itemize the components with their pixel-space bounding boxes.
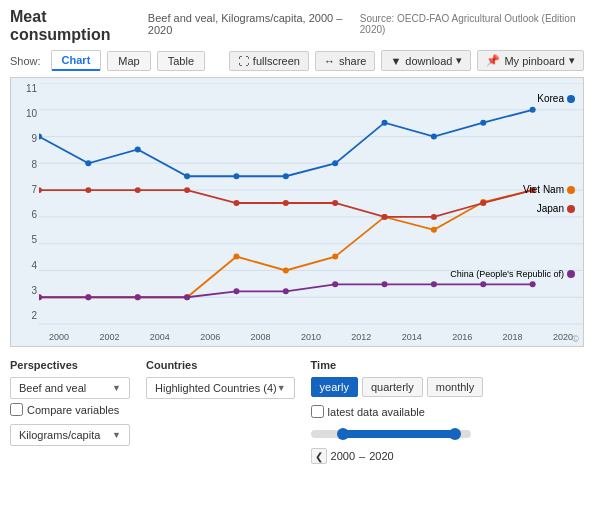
legend-japan-label: Japan xyxy=(537,203,564,214)
time-group: Time yearly quarterly monthly latest dat… xyxy=(311,359,484,464)
source-label: Source: OECD-FAO Agricultural Outlook (E… xyxy=(360,13,584,35)
bottom-controls: Perspectives Beef and veal ▼ Compare var… xyxy=(10,355,584,468)
svg-point-49 xyxy=(332,281,338,287)
controls-row: Show: Chart Map Table ⛶ fullscreen ↔ sha… xyxy=(10,50,584,71)
tab-chart[interactable]: Chart xyxy=(51,50,102,71)
svg-point-51 xyxy=(431,281,437,287)
latest-data-row: latest data available xyxy=(311,405,484,418)
perspectives-arrow-icon: ▼ xyxy=(112,383,121,393)
countries-group: Countries Highlighted Countries (4) ▼ xyxy=(146,359,295,464)
monthly-button[interactable]: monthly xyxy=(427,377,484,397)
fullscreen-icon: ⛶ xyxy=(238,55,249,67)
download-arrow-icon: ▾ xyxy=(456,54,462,67)
perspectives-select[interactable]: Beef and veal ▼ xyxy=(10,377,130,399)
legend-korea-dot xyxy=(567,95,575,103)
svg-point-27 xyxy=(332,254,338,260)
svg-point-18 xyxy=(431,134,437,140)
page: Meat consumption Beef and veal, Kilogram… xyxy=(0,0,594,476)
yearly-button[interactable]: yearly xyxy=(311,377,358,397)
chart-subtitle: Beef and veal, Kilograms/capita, 2000 – … xyxy=(148,12,352,36)
svg-point-48 xyxy=(283,288,289,294)
slider-handle-right[interactable] xyxy=(449,428,461,440)
svg-point-11 xyxy=(85,160,91,166)
year-range: ❮ 2000 – 2020 xyxy=(311,448,484,464)
countries-select[interactable]: Highlighted Countries (4) ▼ xyxy=(146,377,295,399)
perspectives-label: Perspectives xyxy=(10,359,130,371)
compare-variables-label: Compare variables xyxy=(27,404,119,416)
svg-point-32 xyxy=(39,187,42,193)
slider-fill xyxy=(343,430,455,438)
svg-point-46 xyxy=(184,294,190,300)
svg-point-35 xyxy=(184,187,190,193)
svg-point-29 xyxy=(431,227,437,233)
countries-arrow-icon: ▼ xyxy=(277,383,286,393)
time-buttons: yearly quarterly monthly xyxy=(311,377,484,397)
slider-track xyxy=(311,430,471,438)
svg-point-40 xyxy=(431,214,437,220)
perspectives-group: Perspectives Beef and veal ▼ Compare var… xyxy=(10,359,130,464)
svg-point-39 xyxy=(382,214,388,220)
svg-point-37 xyxy=(283,200,289,206)
svg-point-12 xyxy=(135,146,141,152)
latest-data-checkbox[interactable] xyxy=(311,405,324,418)
download-button[interactable]: ▼ download ▾ xyxy=(381,50,471,71)
svg-point-50 xyxy=(382,281,388,287)
pinboard-arrow-icon: ▾ xyxy=(569,54,575,67)
legend-china: China (People's Republic of) xyxy=(450,269,575,279)
svg-point-14 xyxy=(233,173,239,179)
svg-point-47 xyxy=(233,288,239,294)
svg-point-45 xyxy=(135,294,141,300)
year-end: 2020 xyxy=(369,450,393,462)
svg-point-43 xyxy=(39,294,42,300)
legend-vietnam: Viet Nam xyxy=(450,184,575,195)
legend-vietnam-label: Viet Nam xyxy=(523,184,564,195)
prev-year-button[interactable]: ❮ xyxy=(311,448,327,464)
year-start: 2000 xyxy=(331,450,355,462)
share-button[interactable]: ↔ share xyxy=(315,51,376,71)
pin-icon: 📌 xyxy=(486,54,500,67)
compare-variables-row: Compare variables xyxy=(10,403,130,416)
tab-map[interactable]: Map xyxy=(107,51,150,71)
svg-point-33 xyxy=(85,187,91,193)
tab-table[interactable]: Table xyxy=(157,51,205,71)
show-label: Show: xyxy=(10,55,41,67)
copyright-icon: © xyxy=(572,334,579,344)
svg-point-26 xyxy=(283,267,289,273)
chart-area: 11 10 9 8 7 6 5 4 3 2 xyxy=(10,77,584,347)
svg-point-25 xyxy=(233,254,239,260)
fullscreen-button[interactable]: ⛶ fullscreen xyxy=(229,51,309,71)
chart-legend: Korea Viet Nam Japan China (People's Rep… xyxy=(450,93,575,281)
svg-point-52 xyxy=(480,281,486,287)
svg-point-34 xyxy=(135,187,141,193)
compare-variables-checkbox[interactable] xyxy=(10,403,23,416)
svg-point-53 xyxy=(530,281,536,287)
y-axis: 11 10 9 8 7 6 5 4 3 2 xyxy=(11,78,39,326)
pinboard-button[interactable]: 📌 My pinboard ▾ xyxy=(477,50,584,71)
legend-korea: Korea xyxy=(450,93,575,104)
chart-svg-container: Korea Viet Nam Japan China (People's Rep… xyxy=(39,83,583,326)
page-title: Meat consumption xyxy=(10,8,140,44)
legend-japan-dot xyxy=(567,205,575,213)
range-slider xyxy=(311,426,484,442)
legend-korea-label: Korea xyxy=(537,93,564,104)
latest-data-label: latest data available xyxy=(328,406,425,418)
share-icon: ↔ xyxy=(324,55,335,67)
countries-label: Countries xyxy=(146,359,295,371)
slider-handle-left[interactable] xyxy=(337,428,349,440)
unit-arrow-icon: ▼ xyxy=(112,430,121,440)
title-row: Meat consumption Beef and veal, Kilogram… xyxy=(10,8,584,44)
svg-point-36 xyxy=(233,200,239,206)
legend-china-dot xyxy=(567,270,575,278)
svg-point-15 xyxy=(283,173,289,179)
svg-point-17 xyxy=(382,120,388,126)
svg-point-38 xyxy=(332,200,338,206)
svg-point-44 xyxy=(85,294,91,300)
legend-japan: Japan xyxy=(450,203,575,214)
quarterly-button[interactable]: quarterly xyxy=(362,377,423,397)
unit-select[interactable]: Kilograms/capita ▼ xyxy=(10,424,130,446)
download-icon: ▼ xyxy=(390,55,401,67)
legend-vietnam-dot xyxy=(567,186,575,194)
x-axis: 2000 2002 2004 2006 2008 2010 2012 2014 … xyxy=(39,328,583,346)
svg-point-13 xyxy=(184,173,190,179)
legend-china-label: China (People's Republic of) xyxy=(450,269,564,279)
